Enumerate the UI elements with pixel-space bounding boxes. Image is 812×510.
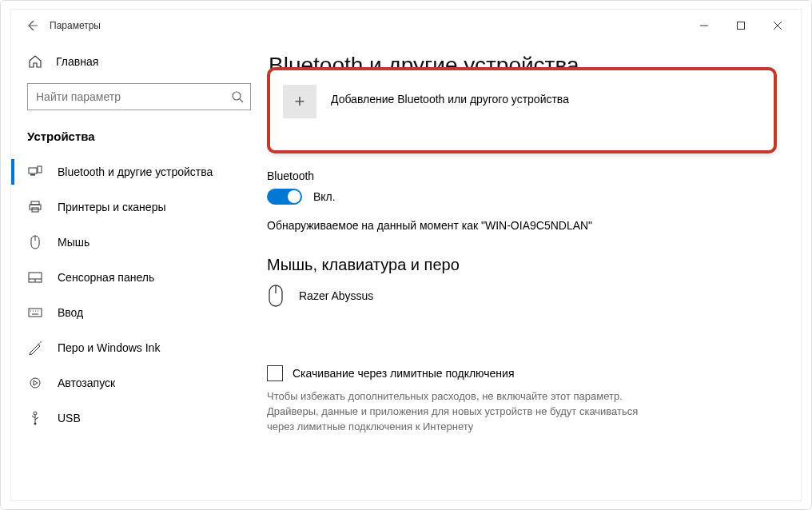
device-name: Razer Abyssus xyxy=(299,289,373,302)
sidebar-item-touchpad[interactable]: Сенсорная панель xyxy=(11,260,267,295)
keyboard-icon xyxy=(27,308,43,317)
sidebar-item-mouse[interactable]: Мышь xyxy=(11,225,267,260)
section-mouse-kb-pen: Мышь, клавиатура и перо xyxy=(267,256,777,274)
sidebar-item-label: Сенсорная панель xyxy=(58,271,154,284)
home-nav[interactable]: Главная xyxy=(11,50,267,74)
metered-download-label: Скачивание через лимитные подключения xyxy=(293,367,514,380)
metered-help-text: Чтобы избежать дополнительных расходов, … xyxy=(267,389,651,435)
svg-line-5 xyxy=(240,99,243,102)
sidebar-item-bluetooth[interactable]: Bluetooth и другие устройства xyxy=(11,154,267,189)
sidebar-item-label: Ввод xyxy=(58,306,83,319)
sidebar-item-printers[interactable]: Принтеры и сканеры xyxy=(11,189,267,225)
sidebar-item-label: Перо и Windows Ink xyxy=(58,341,160,354)
svg-point-28 xyxy=(34,423,37,425)
plus-icon: + xyxy=(283,85,316,118)
svg-rect-10 xyxy=(30,205,41,209)
svg-point-25 xyxy=(30,378,40,388)
back-button[interactable] xyxy=(16,19,48,32)
sidebar-item-usb[interactable]: USB xyxy=(11,400,267,436)
sidebar-item-label: Принтеры и сканеры xyxy=(58,201,165,213)
usb-icon xyxy=(27,411,43,425)
autoplay-icon xyxy=(27,377,43,389)
pen-icon xyxy=(27,341,43,355)
home-icon xyxy=(27,54,43,69)
window-title: Параметры xyxy=(50,20,101,31)
sidebar-item-pen[interactable]: Перо и Windows Ink xyxy=(11,330,267,365)
svg-rect-1 xyxy=(738,22,745,30)
discoverable-text: Обнаруживаемое на данный момент как "WIN… xyxy=(267,219,777,232)
search-input[interactable] xyxy=(27,83,251,110)
search-icon xyxy=(231,90,244,103)
sidebar-item-label: Мышь xyxy=(58,236,90,249)
add-device-button[interactable]: + Добавление Bluetooth или другого устро… xyxy=(267,67,777,153)
svg-point-23 xyxy=(38,343,40,345)
mouse-device-icon xyxy=(267,284,285,308)
svg-rect-8 xyxy=(38,166,42,173)
sidebar-item-label: Bluetooth и другие устройства xyxy=(58,165,213,178)
device-item[interactable]: Razer Abyssus xyxy=(267,284,777,308)
printer-icon xyxy=(27,201,43,213)
sidebar-item-label: Автозапуск xyxy=(58,377,115,389)
svg-rect-6 xyxy=(29,168,37,173)
metered-download-checkbox[interactable] xyxy=(267,365,283,381)
svg-rect-7 xyxy=(30,174,35,176)
home-label: Главная xyxy=(56,55,98,68)
touchpad-icon xyxy=(27,272,43,283)
minimize-button[interactable] xyxy=(686,13,722,38)
bluetooth-state: Вкл. xyxy=(313,190,336,203)
svg-rect-17 xyxy=(29,309,42,317)
svg-point-4 xyxy=(233,92,241,100)
svg-point-26 xyxy=(34,412,37,415)
mouse-icon xyxy=(27,235,43,249)
sidebar-item-label: USB xyxy=(58,412,81,424)
svg-point-24 xyxy=(40,341,42,343)
maximize-button[interactable] xyxy=(722,13,759,38)
svg-rect-9 xyxy=(31,201,39,205)
close-button[interactable] xyxy=(759,13,796,38)
bluetooth-label: Bluetooth xyxy=(267,169,777,182)
category-header: Устройства xyxy=(11,125,267,154)
sidebar-item-autoplay[interactable]: Автозапуск xyxy=(11,365,267,400)
bluetooth-devices-icon xyxy=(27,165,43,178)
add-device-label: Добавление Bluetooth или другого устройс… xyxy=(331,85,569,106)
sidebar-item-typing[interactable]: Ввод xyxy=(11,295,267,330)
bluetooth-toggle[interactable] xyxy=(267,189,302,205)
